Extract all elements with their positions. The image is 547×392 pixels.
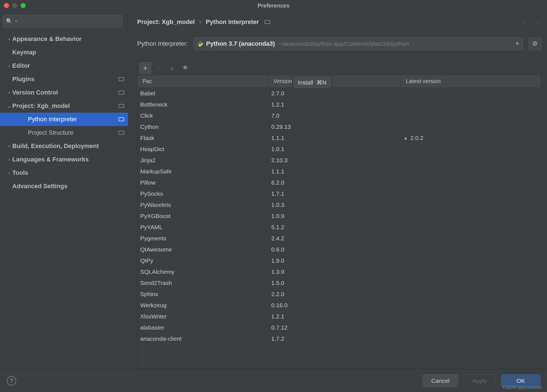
- sidebar-item-project-xgb-model[interactable]: ⌄Project: Xgb_model: [0, 99, 128, 113]
- table-row[interactable]: Pillow6.2.0: [137, 177, 541, 188]
- column-latest[interactable]: Latest version: [401, 75, 541, 88]
- package-name: XlsxWriter: [137, 313, 268, 320]
- table-row[interactable]: PyYAML5.1.2: [137, 222, 541, 233]
- sidebar-item-version-control[interactable]: ›Version Control: [0, 86, 128, 99]
- body: 🔍 ▾ ›Appearance & BehaviorKeymap›EditorP…: [0, 11, 547, 369]
- add-package-button[interactable]: ＋: [139, 62, 151, 74]
- package-version: 7.0: [268, 112, 401, 119]
- package-name: SQLAlchemy: [137, 268, 268, 275]
- cancel-button[interactable]: Cancel: [423, 374, 458, 387]
- table-row[interactable]: Werkzeug0.16.0: [137, 300, 541, 311]
- column-version[interactable]: Version: [268, 75, 401, 88]
- package-version: 1.0.9: [268, 213, 401, 219]
- table-row[interactable]: Sphinx2.2.0: [137, 289, 541, 300]
- package-version: 1.1.1: [268, 168, 401, 175]
- sidebar-item-languages-frameworks[interactable]: ›Languages & Frameworks: [0, 153, 128, 166]
- chevron-right-icon: ›: [6, 144, 12, 149]
- package-version: 0.16.0: [268, 302, 401, 309]
- breadcrumb-root[interactable]: Project: Xgb_model: [137, 18, 195, 26]
- table-row[interactable]: Flask1.1.1▲2.0.2: [137, 132, 541, 144]
- sidebar-item-advanced-settings[interactable]: Advanced Settings: [0, 180, 128, 193]
- package-name: anaconda-client: [137, 335, 268, 342]
- chevron-down-icon: ▾: [15, 19, 17, 23]
- sidebar-item-label: Editor: [12, 62, 30, 69]
- table-row[interactable]: HeapDict1.0.1: [137, 144, 541, 155]
- close-icon[interactable]: [4, 3, 9, 8]
- chevron-right-icon: ›: [6, 37, 12, 42]
- interpreter-path: ~/anaconda3/python.app/Contents/MacOS/py…: [279, 40, 409, 47]
- help-button[interactable]: ?: [7, 376, 16, 386]
- table-row[interactable]: PyWavelets1.0.3: [137, 199, 541, 210]
- sidebar-item-label: Python Interpreter: [28, 116, 77, 123]
- table-row[interactable]: QtPy1.9.0: [137, 255, 541, 266]
- help-icon: ?: [10, 378, 13, 384]
- table-row[interactable]: Send2Trash1.5.0: [137, 277, 541, 289]
- table-row[interactable]: alabaster0.7.12: [137, 322, 541, 333]
- interpreter-select[interactable]: Python 3.7 (anaconda3) ~/anaconda3/pytho…: [193, 37, 523, 50]
- maximize-icon[interactable]: [21, 3, 26, 8]
- sidebar-item-build-execution-deployment[interactable]: ›Build, Execution, Deployment: [0, 139, 128, 153]
- sidebar-item-editor[interactable]: ›Editor: [0, 59, 128, 72]
- table-row[interactable]: Jinja22.10.3: [137, 155, 541, 166]
- column-package[interactable]: Pac: [137, 75, 268, 88]
- packages-table-body[interactable]: Babel2.7.0Bottleneck1.2.1Click7.0Cython0…: [137, 88, 541, 369]
- sidebar-item-keymap[interactable]: Keymap: [0, 46, 128, 59]
- table-row[interactable]: Cython0.29.13: [137, 121, 541, 132]
- packages-toolbar: ＋ － ▲ 👁: [137, 61, 541, 75]
- sidebar-item-appearance-behavior[interactable]: ›Appearance & Behavior: [0, 32, 128, 46]
- package-name: Pygments: [137, 235, 268, 242]
- back-icon[interactable]: ←: [521, 18, 529, 26]
- minus-icon: －: [156, 64, 162, 72]
- package-version: 2.10.3: [268, 157, 401, 164]
- search-input[interactable]: 🔍 ▾: [3, 15, 123, 27]
- forward-icon[interactable]: →: [534, 18, 541, 26]
- packages-header: Pac Version Latest version: [137, 75, 541, 88]
- project-badge-icon: [118, 104, 124, 108]
- topbar: Project: Xgb_model › Python Interpreter …: [137, 15, 541, 29]
- remove-package-button[interactable]: －: [153, 62, 165, 74]
- watermark: CSDN @pi-pickles: [503, 385, 542, 390]
- table-row[interactable]: Babel2.7.0: [137, 88, 541, 99]
- sidebar-item-project-structure[interactable]: Project Structure: [0, 126, 128, 139]
- table-row[interactable]: PyXGBoost1.0.9: [137, 210, 541, 222]
- search-field[interactable]: [19, 18, 120, 25]
- minimize-icon[interactable]: [12, 3, 17, 8]
- table-row[interactable]: PySocks1.7.1: [137, 188, 541, 199]
- upgrade-package-button[interactable]: ▲: [166, 62, 178, 74]
- package-version: 2.7.0: [268, 90, 401, 97]
- table-row[interactable]: Click7.0: [137, 110, 541, 121]
- sidebar-item-label: Project: Xgb_model: [12, 102, 70, 110]
- table-row[interactable]: XlsxWriter1.2.1: [137, 311, 541, 322]
- show-early-releases-button[interactable]: 👁: [179, 62, 192, 74]
- package-name: Flask: [137, 135, 268, 141]
- table-row[interactable]: anaconda-client1.7.2: [137, 333, 541, 344]
- package-version: 1.3.9: [268, 268, 401, 275]
- packages-panel: ＋ － ▲ 👁 Pac Version Latest version Insta…: [137, 61, 541, 369]
- package-version: 1.1.1: [268, 135, 401, 141]
- package-version: 1.2.1: [268, 313, 401, 320]
- sidebar-item-python-interpreter[interactable]: Python Interpreter: [0, 113, 128, 126]
- package-name: Send2Trash: [137, 280, 268, 286]
- sidebar-item-tools[interactable]: ›Tools: [0, 166, 128, 180]
- table-row[interactable]: QtAwesome0.6.0: [137, 244, 541, 255]
- table-row[interactable]: Bottleneck1.2.1: [137, 99, 541, 110]
- interpreter-label: Python Interpreter:: [137, 40, 188, 47]
- package-name: Cython: [137, 124, 268, 130]
- interpreter-settings-button[interactable]: ⚙: [529, 37, 541, 50]
- footer: ? Cancel Apply OK: [0, 369, 547, 392]
- apply-button[interactable]: Apply: [464, 374, 496, 387]
- project-badge-icon: [118, 77, 124, 81]
- package-latest: ▲2.0.2: [401, 135, 541, 141]
- window-title: Preferences: [258, 3, 290, 9]
- table-row[interactable]: Pygments2.4.2: [137, 233, 541, 244]
- up-triangle-icon: ▲: [169, 64, 175, 72]
- sidebar-item-plugins[interactable]: Plugins: [0, 72, 128, 86]
- package-version: 0.6.0: [268, 246, 401, 253]
- install-tooltip: Install ⌘N: [294, 77, 331, 88]
- sidebar-item-label: Appearance & Behavior: [12, 35, 81, 43]
- table-row[interactable]: MarkupSafe1.1.1: [137, 166, 541, 177]
- table-row[interactable]: SQLAlchemy1.3.9: [137, 266, 541, 277]
- package-name: PyYAML: [137, 224, 268, 231]
- package-version: 1.7.2: [268, 335, 401, 342]
- tooltip-label: Install: [298, 79, 313, 86]
